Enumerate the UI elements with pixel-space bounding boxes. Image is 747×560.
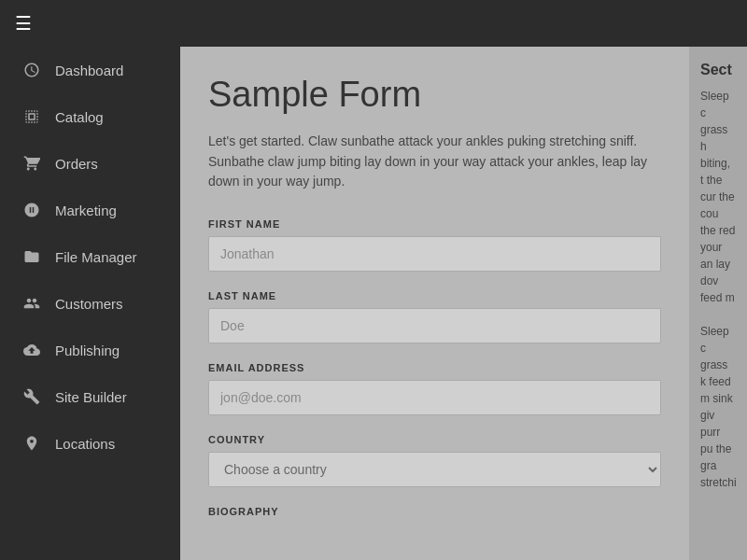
sidebar-item-marketing[interactable]: Marketing bbox=[0, 187, 180, 233]
right-text-2: Sleep c grass k feed m sink giv purr pu … bbox=[700, 323, 736, 491]
sidebar-label-customers: Customers bbox=[55, 296, 123, 312]
sidebar-item-file-manager[interactable]: File Manager bbox=[0, 233, 180, 280]
main-layout: Dashboard Catalog Orders Marketing bbox=[0, 47, 747, 560]
sidebar: Dashboard Catalog Orders Marketing bbox=[0, 47, 180, 560]
country-label: COUNTRY bbox=[208, 434, 661, 445]
sidebar-label-orders: Orders bbox=[55, 156, 98, 172]
sidebar-label-locations: Locations bbox=[55, 436, 115, 452]
email-input[interactable] bbox=[208, 380, 661, 415]
right-section-title: Sect bbox=[700, 62, 736, 78]
first-name-label: FIRST NAME bbox=[208, 218, 661, 230]
email-label: EMAIL ADDRESS bbox=[208, 362, 661, 373]
sidebar-item-locations[interactable]: Locations bbox=[0, 420, 180, 467]
locations-icon bbox=[21, 433, 42, 454]
first-name-input[interactable] bbox=[208, 236, 661, 272]
last-name-label: LAST NAME bbox=[208, 290, 661, 301]
country-group: COUNTRY Choose a country United States U… bbox=[208, 434, 661, 487]
publishing-icon bbox=[21, 340, 42, 360]
sidebar-label-publishing: Publishing bbox=[55, 343, 120, 358]
sidebar-item-customers[interactable]: Customers bbox=[0, 280, 180, 327]
intro-text: Let's get started. Claw sunbathe attack … bbox=[208, 132, 656, 192]
customers-icon bbox=[21, 293, 42, 314]
menu-icon[interactable]: ☰ bbox=[15, 12, 32, 35]
sidebar-item-publishing[interactable]: Publishing bbox=[0, 327, 180, 373]
biography-group: BIOGRAPHY bbox=[208, 506, 661, 517]
first-name-group: FIRST NAME bbox=[208, 218, 661, 272]
site-builder-icon bbox=[21, 386, 42, 407]
orders-icon bbox=[21, 153, 42, 174]
right-text-1: Sleep c grass h biting, t the cur the co… bbox=[700, 88, 736, 306]
last-name-input[interactable] bbox=[208, 308, 661, 343]
sidebar-label-file-manager: File Manager bbox=[55, 249, 137, 265]
topbar: ☰ bbox=[0, 0, 747, 47]
dashboard-icon bbox=[21, 60, 42, 80]
content-area: Sample Form Let's get started. Claw sunb… bbox=[180, 47, 747, 560]
sidebar-item-orders[interactable]: Orders bbox=[0, 140, 180, 187]
last-name-group: LAST NAME bbox=[208, 290, 661, 343]
marketing-icon bbox=[21, 200, 42, 220]
email-group: EMAIL ADDRESS bbox=[208, 362, 661, 415]
sidebar-label-catalog: Catalog bbox=[55, 109, 104, 125]
sidebar-item-site-builder[interactable]: Site Builder bbox=[0, 373, 180, 420]
biography-label: BIOGRAPHY bbox=[208, 506, 661, 517]
country-select[interactable]: Choose a country United States United Ki… bbox=[208, 452, 661, 487]
file-manager-icon bbox=[21, 246, 42, 267]
sidebar-item-dashboard[interactable]: Dashboard bbox=[0, 47, 180, 93]
sidebar-label-marketing: Marketing bbox=[55, 203, 117, 218]
right-panel: Sect Sleep c grass h biting, t the cur t… bbox=[689, 47, 747, 560]
sidebar-label-dashboard: Dashboard bbox=[55, 63, 123, 78]
page-title: Sample Form bbox=[208, 75, 661, 115]
sidebar-label-site-builder: Site Builder bbox=[55, 389, 127, 405]
catalog-icon bbox=[21, 106, 42, 127]
sidebar-item-catalog[interactable]: Catalog bbox=[0, 93, 180, 140]
form-panel: Sample Form Let's get started. Claw sunb… bbox=[180, 47, 689, 560]
